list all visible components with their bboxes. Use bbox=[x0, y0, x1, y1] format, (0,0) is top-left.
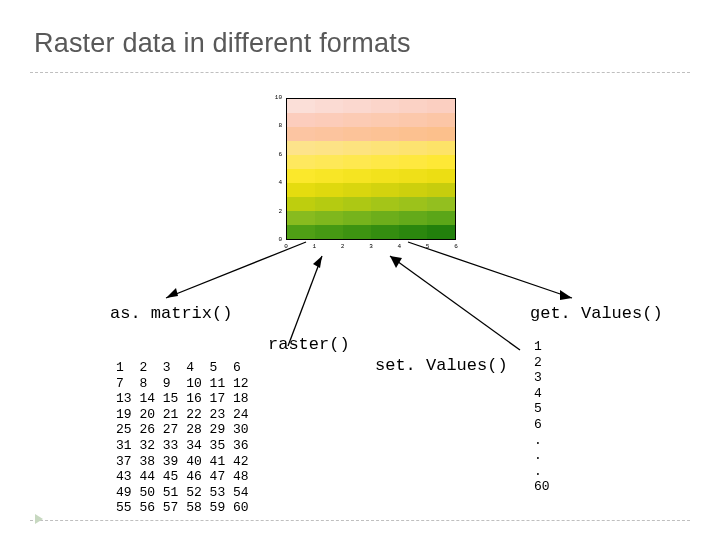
heatmap-cell bbox=[315, 225, 343, 239]
heatmap-cell bbox=[343, 127, 371, 141]
heatmap-cell bbox=[371, 155, 399, 169]
arrow-vector-to-plot-setvalues bbox=[380, 250, 530, 360]
heatmap-cell bbox=[427, 225, 455, 239]
y-tick-label: 8 bbox=[262, 122, 282, 129]
heatmap-cell bbox=[343, 141, 371, 155]
heatmap-cell bbox=[371, 211, 399, 225]
y-tick-label: 6 bbox=[262, 151, 282, 158]
x-tick-label: 3 bbox=[365, 243, 377, 250]
heatmap-cell bbox=[399, 141, 427, 155]
heatmap-cell bbox=[371, 183, 399, 197]
heatmap-cell bbox=[399, 197, 427, 211]
heatmap-cell bbox=[427, 99, 455, 113]
heatmap-cell bbox=[287, 225, 315, 239]
heatmap-row bbox=[287, 225, 455, 239]
heatmap-cell bbox=[399, 225, 427, 239]
heatmap-row bbox=[287, 197, 455, 211]
heatmap-cell bbox=[315, 169, 343, 183]
heatmap-cell bbox=[427, 113, 455, 127]
heatmap-row bbox=[287, 183, 455, 197]
heatmap-cell bbox=[315, 197, 343, 211]
heatmap-cell bbox=[343, 225, 371, 239]
svg-marker-3 bbox=[313, 256, 322, 268]
vector-numbers: 1 2 3 4 5 6 . . . 60 bbox=[534, 339, 550, 495]
heatmap-cell bbox=[427, 183, 455, 197]
heatmap-row bbox=[287, 211, 455, 225]
heatmap-row bbox=[287, 155, 455, 169]
heatmap-cell bbox=[399, 99, 427, 113]
heatmap-cell bbox=[427, 211, 455, 225]
slide-title: Raster data in different formats bbox=[34, 28, 411, 59]
svg-marker-5 bbox=[560, 290, 572, 300]
y-tick-label: 10 bbox=[262, 94, 282, 101]
heatmap-cell bbox=[287, 183, 315, 197]
heatmap-cell bbox=[399, 155, 427, 169]
heatmap-row bbox=[287, 99, 455, 113]
divider-top bbox=[30, 72, 690, 73]
heatmap-cell bbox=[343, 155, 371, 169]
heatmap-row bbox=[287, 113, 455, 127]
heatmap-cell bbox=[315, 155, 343, 169]
heatmap-cell bbox=[427, 197, 455, 211]
heatmap-cell bbox=[427, 155, 455, 169]
y-tick-label: 2 bbox=[262, 208, 282, 215]
svg-line-6 bbox=[390, 256, 520, 350]
heatmap-cell bbox=[343, 183, 371, 197]
heatmap-cell bbox=[287, 197, 315, 211]
svg-marker-7 bbox=[390, 256, 402, 268]
heatmap-cell bbox=[399, 183, 427, 197]
svg-marker-1 bbox=[166, 288, 178, 298]
heatmap-cell bbox=[371, 99, 399, 113]
heatmap-cell bbox=[399, 113, 427, 127]
heatmap-cell bbox=[343, 169, 371, 183]
heatmap-cell bbox=[371, 141, 399, 155]
heatmap-cell bbox=[287, 141, 315, 155]
heatmap-cell bbox=[315, 127, 343, 141]
heatmap-cell bbox=[287, 99, 315, 113]
heatmap-cell bbox=[287, 155, 315, 169]
heatmap-cell bbox=[287, 169, 315, 183]
heatmap-cell bbox=[427, 127, 455, 141]
divider-bottom bbox=[30, 520, 690, 521]
heatmap-cell bbox=[371, 197, 399, 211]
heatmap-cell bbox=[399, 211, 427, 225]
y-tick-label: 4 bbox=[262, 179, 282, 186]
heatmap-cell bbox=[315, 141, 343, 155]
heatmap-cell bbox=[287, 113, 315, 127]
heatmap-cell bbox=[343, 197, 371, 211]
heatmap-cell bbox=[315, 183, 343, 197]
heatmap-cell bbox=[399, 127, 427, 141]
heatmap-cell bbox=[399, 169, 427, 183]
x-tick-label: 2 bbox=[337, 243, 349, 250]
heatmap-chart: 0246810 0123456 bbox=[260, 92, 476, 260]
arrow-matrix-to-plot-raster bbox=[278, 250, 338, 354]
heatmap-cell bbox=[287, 127, 315, 141]
heatmap-row bbox=[287, 169, 455, 183]
heatmap-row bbox=[287, 141, 455, 155]
heatmap-cell bbox=[315, 99, 343, 113]
heatmap-cell bbox=[343, 99, 371, 113]
heatmap-row bbox=[287, 127, 455, 141]
chevron-right-icon bbox=[35, 514, 43, 524]
heatmap-cell bbox=[371, 127, 399, 141]
heatmap-cell bbox=[371, 225, 399, 239]
heatmap-cell bbox=[343, 211, 371, 225]
heatmap-cell bbox=[427, 169, 455, 183]
heatmap-cell bbox=[371, 113, 399, 127]
heatmap-cell bbox=[343, 113, 371, 127]
matrix-numbers: 1 2 3 4 5 6 7 8 9 10 11 12 13 14 15 16 1… bbox=[116, 360, 249, 516]
heatmap-cell bbox=[371, 169, 399, 183]
svg-line-2 bbox=[288, 256, 322, 346]
heatmap-cell bbox=[287, 211, 315, 225]
heatmap-cell bbox=[427, 141, 455, 155]
heatmap-cell bbox=[315, 211, 343, 225]
heatmap-plot-area bbox=[286, 98, 456, 240]
heatmap-cell bbox=[315, 113, 343, 127]
